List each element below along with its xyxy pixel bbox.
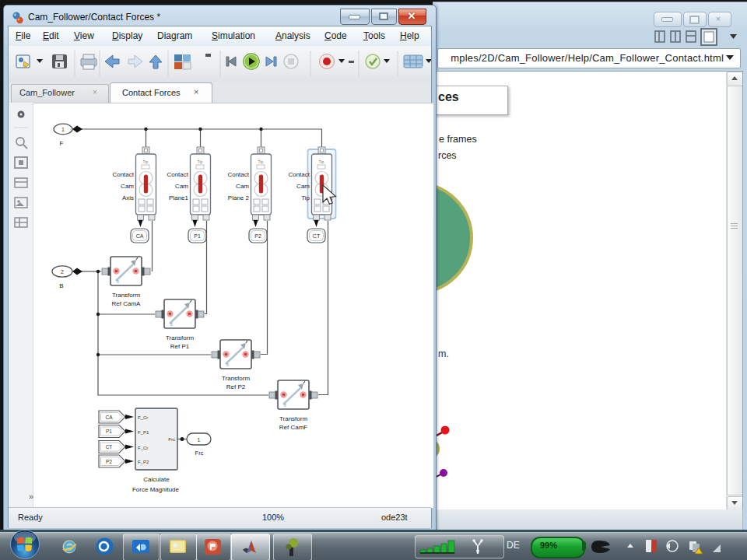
svg-text:CA: CA xyxy=(136,233,144,239)
svg-text:Ref P2: Ref P2 xyxy=(226,383,246,390)
svg-text:P2: P2 xyxy=(254,233,261,239)
svg-text:Axis: Axis xyxy=(122,194,134,201)
svg-text:Transform: Transform xyxy=(222,375,250,382)
svg-text:Plane1: Plane1 xyxy=(169,194,188,201)
svg-text:F_Ct: F_Ct xyxy=(138,446,148,450)
svg-text:Tip: Tip xyxy=(301,194,310,201)
svg-text:CT: CT xyxy=(313,233,321,239)
svg-text:Cam: Cam xyxy=(236,183,249,190)
svg-text:P2: P2 xyxy=(106,459,112,464)
svg-text:Contact: Contact xyxy=(112,171,134,178)
svg-text:Transform: Transform xyxy=(279,415,307,422)
svg-text:Calculate: Calculate xyxy=(143,476,170,483)
svg-text:Cam: Cam xyxy=(121,183,134,190)
svg-text:Frc: Frc xyxy=(168,437,175,442)
svg-text:Ref P1: Ref P1 xyxy=(170,343,190,350)
svg-text:F_Cr: F_Cr xyxy=(138,415,148,420)
svg-text:P1: P1 xyxy=(194,233,201,239)
svg-text:CA: CA xyxy=(105,415,113,420)
svg-text:1: 1 xyxy=(61,127,65,132)
svg-text:F: F xyxy=(60,140,64,147)
svg-text:F_P1: F_P1 xyxy=(138,430,149,435)
svg-text:CT: CT xyxy=(106,444,113,450)
svg-text:B: B xyxy=(59,282,63,289)
svg-text:F_P2: F_P2 xyxy=(138,460,149,464)
svg-text:Plane 2: Plane 2 xyxy=(228,194,250,201)
svg-text:Transform: Transform xyxy=(112,292,140,299)
svg-text:Ref CamA: Ref CamA xyxy=(112,300,142,307)
svg-text:Contact: Contact xyxy=(167,171,188,178)
svg-text:Cam: Cam xyxy=(175,183,188,190)
svg-text:Contact: Contact xyxy=(227,171,249,178)
svg-text:Force Magnitude: Force Magnitude xyxy=(132,486,180,493)
svg-text:1: 1 xyxy=(198,437,201,443)
svg-text:Cam: Cam xyxy=(296,183,310,190)
svg-text:Ref CamF: Ref CamF xyxy=(279,424,308,431)
svg-text:Frc: Frc xyxy=(195,450,204,457)
svg-text:Transform: Transform xyxy=(166,334,194,341)
svg-text:Contact: Contact xyxy=(288,171,310,178)
svg-text:2: 2 xyxy=(61,269,64,275)
svg-text:P1: P1 xyxy=(106,429,112,434)
